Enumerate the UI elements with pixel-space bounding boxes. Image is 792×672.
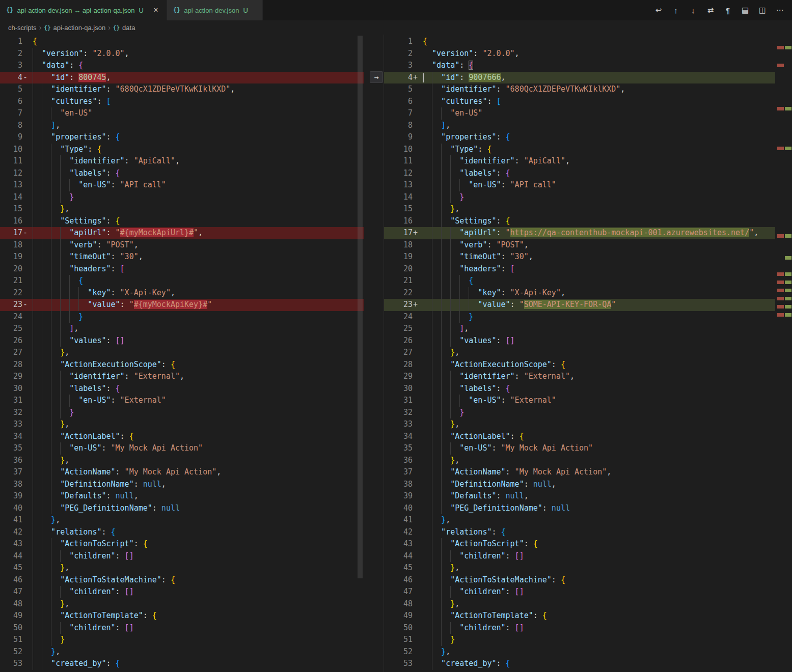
line-number[interactable]: 22	[384, 287, 413, 299]
code-line[interactable]: 17+"apiUrl": "https://qa-contenthub-mock…	[384, 227, 775, 239]
line-number[interactable]: 23	[0, 299, 22, 311]
code-line[interactable]: 52},	[384, 646, 775, 658]
code-line[interactable]: 33},	[384, 418, 775, 431]
line-number[interactable]: 14	[384, 191, 413, 204]
code-line[interactable]: 38"DefinitionName": null,	[384, 479, 775, 491]
line-number[interactable]: 38	[0, 479, 22, 491]
breadcrumb-item[interactable]: {}api-action-qa.json	[44, 24, 105, 32]
line-number[interactable]: 47	[0, 586, 22, 598]
open-changes-icon[interactable]: ↩	[651, 4, 666, 17]
code-line[interactable]: 41},	[0, 514, 364, 526]
line-number[interactable]: 44	[384, 550, 413, 563]
line-number[interactable]: 11	[384, 155, 413, 167]
code-line[interactable]: 25],	[384, 323, 775, 335]
line-number[interactable]: 5	[0, 83, 22, 96]
code-line[interactable]: 32}	[0, 407, 364, 419]
code-line[interactable]: 12"labels": {	[0, 167, 364, 180]
line-number[interactable]: 33	[0, 418, 22, 431]
code-line[interactable]: 40"PEG_DefinitionName": null	[384, 502, 775, 515]
code-line[interactable]: 1{	[384, 36, 775, 48]
code-line[interactable]: 40"PEG_DefinitionName": null	[0, 502, 364, 515]
code-line[interactable]: 23+"value": "SOME-API-KEY-FOR-QA"	[384, 299, 775, 311]
line-number[interactable]: 8	[384, 120, 413, 132]
code-line[interactable]: 39"Defaults": null,	[0, 490, 364, 502]
code-line[interactable]: 14}	[384, 191, 775, 204]
code-line[interactable]: 8],	[0, 120, 364, 132]
code-line[interactable]: 43"ActionToScript": {	[384, 538, 775, 550]
line-number[interactable]: 12	[384, 167, 413, 180]
line-number[interactable]: 38	[384, 479, 413, 491]
swap-sides-icon[interactable]: ⇄	[703, 4, 718, 17]
overview-ruler[interactable]	[777, 35, 792, 672]
line-number[interactable]: 26	[384, 335, 413, 347]
code-line[interactable]: 41},	[384, 514, 775, 526]
line-number[interactable]: 25	[384, 323, 413, 335]
line-number[interactable]: 40	[0, 502, 22, 515]
line-number[interactable]: 36	[0, 455, 22, 467]
code-line[interactable]: 49"ActionToTemplate": {	[384, 610, 775, 622]
close-icon[interactable]: ×	[151, 6, 160, 15]
code-line[interactable]: 48},	[384, 598, 775, 610]
code-line[interactable]: 37"ActionName": "My Mock Api Action",	[0, 466, 364, 479]
line-number[interactable]: 28	[0, 359, 22, 371]
code-line[interactable]: 14}	[0, 191, 364, 204]
line-number[interactable]: 1	[0, 36, 22, 48]
code-line[interactable]: 23-"value": "#{myMockApiKey}#"	[0, 299, 364, 311]
line-number[interactable]: 21	[0, 275, 22, 287]
line-number[interactable]: 2	[384, 48, 413, 60]
line-number[interactable]: 41	[0, 514, 22, 526]
line-number[interactable]: 18	[384, 239, 413, 251]
line-number[interactable]: 20	[0, 263, 22, 275]
code-line[interactable]: 13"en-US": "API call"	[0, 179, 364, 191]
code-line[interactable]: 53"created_by": {	[384, 658, 775, 670]
line-number[interactable]: 10	[0, 144, 22, 156]
code-line[interactable]: 27},	[0, 347, 364, 359]
line-number[interactable]: 29	[384, 371, 413, 383]
code-line[interactable]: 15},	[0, 203, 364, 215]
code-line[interactable]: 45},	[0, 562, 364, 574]
code-line[interactable]: 28"ActionExecutionScope": {	[384, 359, 775, 371]
code-line[interactable]: 25],	[0, 323, 364, 335]
code-line[interactable]: 2"version": "2.0.0",	[0, 48, 364, 60]
code-line[interactable]: 30"labels": {	[0, 383, 364, 395]
line-number[interactable]: 49	[384, 610, 413, 622]
code-line[interactable]: 27},	[384, 347, 775, 359]
line-number[interactable]: 13	[384, 179, 413, 191]
line-number[interactable]: 9	[0, 131, 22, 144]
line-number[interactable]: 1	[384, 36, 413, 48]
revert-change-button[interactable]: →	[370, 71, 383, 83]
code-line[interactable]: 19"timeOut": "30",	[0, 251, 364, 263]
code-line[interactable]: 34"ActionLabel": {	[0, 431, 364, 443]
breadcrumb-item[interactable]: ch-scripts	[8, 24, 37, 32]
code-line[interactable]: 20"headers": [	[0, 263, 364, 275]
line-number[interactable]: 17	[384, 227, 413, 239]
line-number[interactable]: 5	[384, 83, 413, 96]
code-line[interactable]: 29"identifier": "External",	[0, 371, 364, 383]
code-line[interactable]: 51}	[0, 634, 364, 646]
tab-diff-editor[interactable]: {} api-action-dev.json ↔ api-action-qa.j…	[0, 0, 167, 20]
code-line[interactable]: 44"children": []	[384, 550, 775, 563]
code-line[interactable]: 42"relations": {	[0, 526, 364, 539]
code-line[interactable]: 47"children": []	[0, 586, 364, 598]
line-number[interactable]: 15	[384, 203, 413, 215]
line-number[interactable]: 45	[0, 562, 22, 574]
line-number[interactable]: 44	[0, 550, 22, 563]
previous-change-icon[interactable]: ↑	[669, 4, 683, 17]
line-number[interactable]: 13	[0, 179, 22, 191]
code-line[interactable]: 7"en-US"	[384, 107, 775, 120]
line-number[interactable]: 4	[384, 72, 413, 84]
code-line[interactable]: 5"identifier": "680QcX1ZDEPeVTKwKIklKXD"…	[384, 83, 775, 96]
line-number[interactable]: 52	[0, 646, 22, 658]
code-line[interactable]: 49"ActionToTemplate": {	[0, 610, 364, 622]
line-number[interactable]: 27	[384, 347, 413, 359]
line-number[interactable]: 34	[384, 431, 413, 443]
line-number[interactable]: 49	[0, 610, 22, 622]
line-number[interactable]: 26	[0, 335, 22, 347]
code-line[interactable]: 33},	[0, 418, 364, 431]
line-number[interactable]: 34	[0, 431, 22, 443]
line-number[interactable]: 39	[0, 490, 22, 502]
line-number[interactable]: 21	[384, 275, 413, 287]
code-line[interactable]: 13"en-US": "API call"	[384, 179, 775, 191]
code-line[interactable]: 50"children": []	[384, 622, 775, 634]
more-actions-icon[interactable]: ⋯	[773, 4, 787, 17]
